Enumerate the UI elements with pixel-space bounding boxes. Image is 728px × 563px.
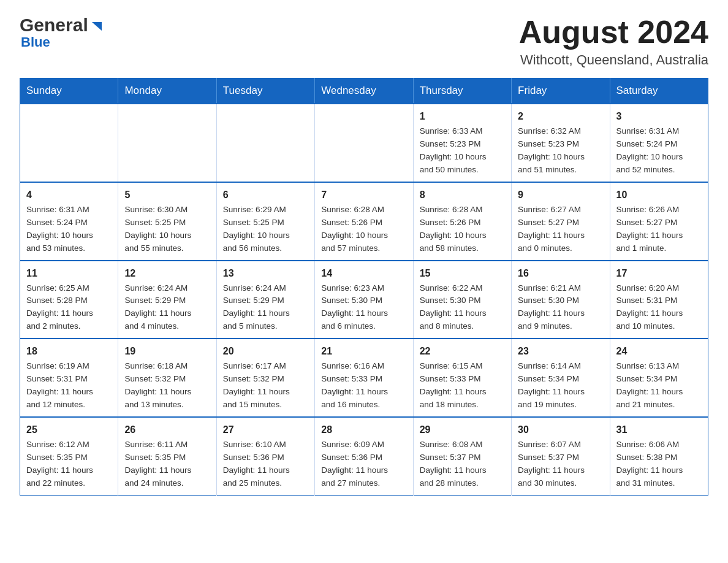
day-number: 1 (420, 109, 505, 124)
day-info: Sunrise: 6:25 AM Sunset: 5:28 PM Dayligh… (26, 282, 112, 334)
calendar-cell: 6Sunrise: 6:29 AM Sunset: 5:25 PM Daylig… (216, 182, 314, 261)
calendar-cell (315, 104, 413, 182)
day-number: 31 (616, 423, 702, 437)
day-info: Sunrise: 6:11 AM Sunset: 5:35 PM Dayligh… (124, 439, 210, 490)
day-info: Sunrise: 6:33 AM Sunset: 5:23 PM Dayligh… (420, 125, 505, 177)
calendar-week-row: 4Sunrise: 6:31 AM Sunset: 5:24 PM Daylig… (20, 182, 708, 261)
calendar-cell: 2Sunrise: 6:32 AM Sunset: 5:23 PM Daylig… (512, 104, 610, 182)
day-number: 7 (321, 188, 406, 202)
day-info: Sunrise: 6:31 AM Sunset: 5:24 PM Dayligh… (616, 125, 702, 177)
day-number: 30 (518, 423, 603, 437)
calendar-cell: 30Sunrise: 6:07 AM Sunset: 5:37 PM Dayli… (512, 417, 610, 495)
day-info: Sunrise: 6:06 AM Sunset: 5:38 PM Dayligh… (616, 439, 702, 490)
calendar-cell: 20Sunrise: 6:17 AM Sunset: 5:32 PM Dayli… (216, 339, 314, 417)
calendar-table: SundayMondayTuesdayWednesdayThursdayFrid… (20, 78, 708, 495)
day-info: Sunrise: 6:07 AM Sunset: 5:37 PM Dayligh… (518, 439, 603, 490)
calendar-cell: 18Sunrise: 6:19 AM Sunset: 5:31 PM Dayli… (20, 339, 118, 417)
calendar-cell: 23Sunrise: 6:14 AM Sunset: 5:34 PM Dayli… (512, 339, 610, 417)
day-number: 23 (518, 344, 603, 359)
calendar-cell: 15Sunrise: 6:22 AM Sunset: 5:30 PM Dayli… (413, 261, 511, 339)
calendar-week-row: 18Sunrise: 6:19 AM Sunset: 5:31 PM Dayli… (20, 339, 708, 417)
calendar-cell: 29Sunrise: 6:08 AM Sunset: 5:37 PM Dayli… (413, 417, 511, 495)
day-of-week-header: Thursday (413, 79, 511, 104)
day-number: 21 (321, 344, 406, 359)
calendar-cell (216, 104, 314, 182)
calendar-cell: 31Sunrise: 6:06 AM Sunset: 5:38 PM Dayli… (610, 417, 708, 495)
day-number: 24 (616, 344, 702, 359)
day-number: 8 (420, 188, 505, 202)
day-number: 19 (124, 344, 210, 359)
day-number: 5 (124, 188, 210, 202)
day-number: 25 (26, 423, 112, 437)
day-info: Sunrise: 6:24 AM Sunset: 5:29 PM Dayligh… (124, 282, 210, 334)
day-number: 29 (420, 423, 505, 437)
day-info: Sunrise: 6:28 AM Sunset: 5:26 PM Dayligh… (420, 204, 505, 255)
calendar-cell: 28Sunrise: 6:09 AM Sunset: 5:36 PM Dayli… (315, 417, 413, 495)
day-number: 3 (616, 109, 702, 124)
calendar-cell: 24Sunrise: 6:13 AM Sunset: 5:34 PM Dayli… (610, 339, 708, 417)
logo-blue-text: Blue (20, 34, 50, 50)
calendar-cell (20, 104, 118, 182)
day-number: 27 (223, 423, 308, 437)
month-title: August 2024 (519, 15, 708, 50)
day-number: 18 (26, 344, 112, 359)
day-info: Sunrise: 6:21 AM Sunset: 5:30 PM Dayligh… (518, 282, 603, 334)
day-info: Sunrise: 6:13 AM Sunset: 5:34 PM Dayligh… (616, 360, 702, 412)
day-info: Sunrise: 6:29 AM Sunset: 5:25 PM Dayligh… (223, 204, 308, 255)
day-info: Sunrise: 6:27 AM Sunset: 5:27 PM Dayligh… (518, 204, 603, 255)
calendar-cell: 1Sunrise: 6:33 AM Sunset: 5:23 PM Daylig… (413, 104, 511, 182)
day-number: 13 (223, 266, 308, 281)
day-info: Sunrise: 6:19 AM Sunset: 5:31 PM Dayligh… (26, 360, 112, 412)
logo-general-text: General (20, 15, 88, 36)
day-number: 16 (518, 266, 603, 281)
day-info: Sunrise: 6:22 AM Sunset: 5:30 PM Dayligh… (420, 282, 505, 334)
day-info: Sunrise: 6:28 AM Sunset: 5:26 PM Dayligh… (321, 204, 406, 255)
day-number: 6 (223, 188, 308, 202)
calendar-cell: 10Sunrise: 6:26 AM Sunset: 5:27 PM Dayli… (610, 182, 708, 261)
day-number: 17 (616, 266, 702, 281)
calendar-cell: 9Sunrise: 6:27 AM Sunset: 5:27 PM Daylig… (512, 182, 610, 261)
calendar-cell: 21Sunrise: 6:16 AM Sunset: 5:33 PM Dayli… (315, 339, 413, 417)
calendar-cell (118, 104, 216, 182)
calendar-cell: 19Sunrise: 6:18 AM Sunset: 5:32 PM Dayli… (118, 339, 216, 417)
day-info: Sunrise: 6:31 AM Sunset: 5:24 PM Dayligh… (26, 204, 112, 255)
page-header: General Blue August 2024 Withcott, Queen… (20, 15, 708, 68)
logo: General Blue (20, 15, 103, 50)
day-info: Sunrise: 6:09 AM Sunset: 5:36 PM Dayligh… (321, 439, 406, 490)
day-number: 28 (321, 423, 406, 437)
calendar-cell: 27Sunrise: 6:10 AM Sunset: 5:36 PM Dayli… (216, 417, 314, 495)
day-info: Sunrise: 6:20 AM Sunset: 5:31 PM Dayligh… (616, 282, 702, 334)
day-info: Sunrise: 6:08 AM Sunset: 5:37 PM Dayligh… (420, 439, 505, 490)
day-info: Sunrise: 6:32 AM Sunset: 5:23 PM Dayligh… (518, 125, 603, 177)
day-info: Sunrise: 6:17 AM Sunset: 5:32 PM Dayligh… (223, 360, 308, 412)
calendar-cell: 7Sunrise: 6:28 AM Sunset: 5:26 PM Daylig… (315, 182, 413, 261)
calendar-cell: 8Sunrise: 6:28 AM Sunset: 5:26 PM Daylig… (413, 182, 511, 261)
calendar-cell: 3Sunrise: 6:31 AM Sunset: 5:24 PM Daylig… (610, 104, 708, 182)
day-info: Sunrise: 6:23 AM Sunset: 5:30 PM Dayligh… (321, 282, 406, 334)
calendar-header-row: SundayMondayTuesdayWednesdayThursdayFrid… (20, 79, 708, 104)
day-of-week-header: Wednesday (315, 79, 413, 104)
calendar-cell: 11Sunrise: 6:25 AM Sunset: 5:28 PM Dayli… (20, 261, 118, 339)
location-title: Withcott, Queensland, Australia (519, 52, 708, 68)
day-number: 2 (518, 109, 603, 124)
day-number: 11 (26, 266, 112, 281)
day-info: Sunrise: 6:14 AM Sunset: 5:34 PM Dayligh… (518, 360, 603, 412)
calendar-cell: 5Sunrise: 6:30 AM Sunset: 5:25 PM Daylig… (118, 182, 216, 261)
day-info: Sunrise: 6:15 AM Sunset: 5:33 PM Dayligh… (420, 360, 505, 412)
day-info: Sunrise: 6:24 AM Sunset: 5:29 PM Dayligh… (223, 282, 308, 334)
calendar-cell: 14Sunrise: 6:23 AM Sunset: 5:30 PM Dayli… (315, 261, 413, 339)
day-number: 10 (616, 188, 702, 202)
day-of-week-header: Friday (512, 79, 610, 104)
logo-triangle-icon (89, 20, 103, 33)
calendar-cell: 12Sunrise: 6:24 AM Sunset: 5:29 PM Dayli… (118, 261, 216, 339)
day-info: Sunrise: 6:26 AM Sunset: 5:27 PM Dayligh… (616, 204, 702, 255)
calendar-cell: 13Sunrise: 6:24 AM Sunset: 5:29 PM Dayli… (216, 261, 314, 339)
day-number: 14 (321, 266, 406, 281)
day-of-week-header: Saturday (610, 79, 708, 104)
day-number: 26 (124, 423, 210, 437)
day-of-week-header: Monday (118, 79, 216, 104)
day-number: 22 (420, 344, 505, 359)
calendar-cell: 26Sunrise: 6:11 AM Sunset: 5:35 PM Dayli… (118, 417, 216, 495)
calendar-week-row: 1Sunrise: 6:33 AM Sunset: 5:23 PM Daylig… (20, 104, 708, 182)
day-info: Sunrise: 6:30 AM Sunset: 5:25 PM Dayligh… (124, 204, 210, 255)
